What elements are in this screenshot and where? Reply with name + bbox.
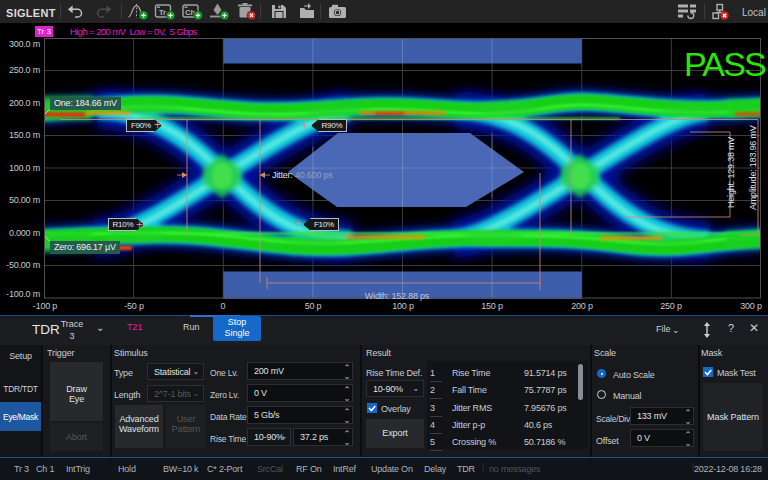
svg-text:Tr: Tr: [159, 8, 166, 17]
